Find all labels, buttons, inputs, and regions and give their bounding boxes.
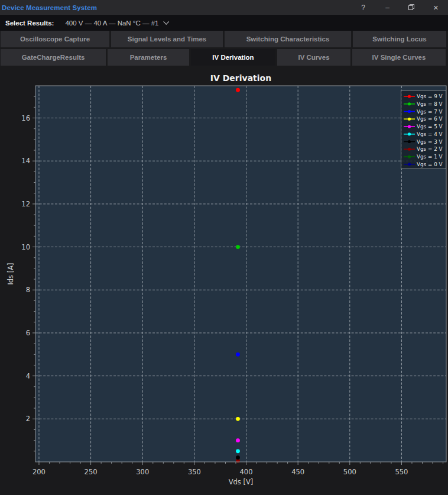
minimize-button[interactable]: – xyxy=(375,0,400,15)
results-bar: Select Results: 400 V — 40 A — NaN °C — … xyxy=(0,15,448,31)
legend-marker xyxy=(408,102,411,105)
svg-text:14: 14 xyxy=(21,157,30,165)
tab-gatechargeresults[interactable]: GateChargeResults xyxy=(1,49,106,66)
svg-text:350: 350 xyxy=(188,468,201,476)
svg-text:500: 500 xyxy=(343,468,356,476)
legend-marker xyxy=(408,125,411,128)
help-button[interactable]: ? xyxy=(351,0,375,15)
tab-row-1: Oscilloscope CaptureSignal Levels and Ti… xyxy=(1,31,446,47)
point-vgs-6-v xyxy=(236,417,240,421)
legend-label: Vgs = 1 V xyxy=(417,154,443,160)
point-vgs-4-v xyxy=(236,449,240,453)
tab-row-2: GateChargeResultsParametersIV Derivation… xyxy=(1,49,446,66)
tab-signal-levels-and-times[interactable]: Signal Levels and Times xyxy=(111,31,223,47)
y-axis-label: Ids [A] xyxy=(7,263,15,284)
svg-text:250: 250 xyxy=(85,468,98,476)
iv-derivation-chart: 200250300350400450500550246810121416IV D… xyxy=(0,66,448,495)
svg-text:10: 10 xyxy=(21,243,30,251)
point-vgs-3-v xyxy=(236,455,240,460)
svg-text:4: 4 xyxy=(26,372,30,380)
legend-label: Vgs = 6 V xyxy=(417,116,443,122)
svg-text:6: 6 xyxy=(26,329,30,337)
legend-marker xyxy=(408,148,411,151)
restore-button[interactable] xyxy=(400,0,424,15)
tab-iv-single-curves[interactable]: IV Single Curves xyxy=(352,49,446,66)
window-controls: ? – × xyxy=(351,0,448,15)
tab-parameters[interactable]: Parameters xyxy=(108,49,189,66)
legend-label: Vgs = 7 V xyxy=(417,109,443,115)
results-label: Select Results: xyxy=(5,20,54,27)
point-vgs-7-v xyxy=(236,352,240,357)
close-button[interactable]: × xyxy=(424,0,448,15)
legend-label: Vgs = 9 V xyxy=(417,93,443,99)
plot-area xyxy=(35,86,446,462)
svg-text:450: 450 xyxy=(291,468,304,476)
svg-text:8: 8 xyxy=(26,286,30,294)
chevron-down-icon xyxy=(164,19,170,25)
legend-marker xyxy=(408,155,411,158)
svg-text:200: 200 xyxy=(33,468,46,476)
svg-text:12: 12 xyxy=(21,200,30,208)
legend-marker xyxy=(408,140,411,143)
window-title: Device Measurement System xyxy=(0,4,97,11)
legend-marker xyxy=(408,95,411,98)
legend: Vgs = 9 VVgs = 8 VVgs = 7 VVgs = 6 VVgs … xyxy=(401,90,446,169)
svg-text:16: 16 xyxy=(21,114,30,122)
legend-label: Vgs = 0 V xyxy=(417,161,443,167)
tab-switching-characteristics[interactable]: Switching Characteristics xyxy=(225,31,351,47)
svg-text:400: 400 xyxy=(240,468,253,476)
results-select[interactable]: 400 V — 40 A — NaN °C — #1 xyxy=(65,20,168,27)
svg-text:550: 550 xyxy=(395,468,408,476)
legend-label: Vgs = 5 V xyxy=(417,124,443,130)
point-vgs-8-v xyxy=(236,245,240,249)
restore-icon xyxy=(408,4,415,11)
tab-switching-locus[interactable]: Switching Locus xyxy=(353,31,446,47)
legend-marker xyxy=(408,132,411,135)
x-axis-label: Vds [V] xyxy=(229,478,254,486)
legend-label: Vgs = 3 V xyxy=(417,139,443,145)
results-selected-value: 400 V — 40 A — NaN °C — #1 xyxy=(65,20,158,27)
tab-iv-curves[interactable]: IV Curves xyxy=(277,49,350,66)
point-vgs-9-v xyxy=(236,88,240,92)
legend-label: Vgs = 8 V xyxy=(417,101,443,107)
titlebar: Device Measurement System ? – × xyxy=(0,0,448,15)
tab-oscilloscope-capture[interactable]: Oscilloscope Capture xyxy=(1,31,109,47)
legend-marker xyxy=(408,110,411,113)
chart-title: IV Derivation xyxy=(210,73,271,83)
tab-iv-derivation[interactable]: IV Derivation xyxy=(191,49,275,66)
legend-marker xyxy=(408,118,411,121)
svg-text:300: 300 xyxy=(136,468,149,476)
legend-label: Vgs = 4 V xyxy=(417,131,443,137)
legend-label: Vgs = 2 V xyxy=(417,146,443,152)
point-vgs-5-v xyxy=(236,438,240,442)
svg-text:2: 2 xyxy=(26,415,30,423)
legend-marker xyxy=(408,163,411,166)
